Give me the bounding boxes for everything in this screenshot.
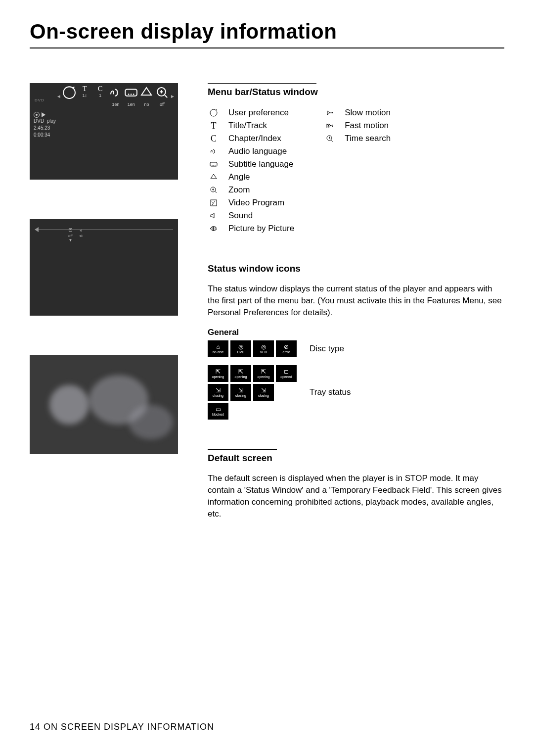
play-icon: [42, 112, 45, 117]
legend-label: Chapter/Index: [228, 132, 281, 145]
pref-icon: [208, 108, 220, 117]
page-number: 14: [30, 722, 41, 732]
footer-label: ON SCREEN DISPLAY INFORMATION: [44, 722, 214, 732]
disc-vcd-icon: ◎VCD: [253, 340, 274, 357]
svg-point-10: [210, 109, 217, 116]
legend-label: Zoom: [228, 184, 250, 196]
fast-icon: [324, 121, 336, 130]
osd-menubar2: off▼ st: [35, 225, 173, 240]
menubar-section-heading: Menu bar/Status window: [208, 87, 504, 97]
svg-point-0: [63, 87, 75, 98]
disc-error-icon: ⊘error: [276, 340, 297, 357]
sound-icon: [80, 226, 83, 234]
angle-icon: [139, 85, 154, 102]
angle-icon: [208, 173, 220, 182]
legend-column-2: Slow motion Fast motion Time search: [324, 106, 391, 235]
slow-icon: [324, 108, 336, 117]
svg-point-4: [133, 94, 134, 95]
pref-icon: [62, 85, 77, 102]
tray-closing-icon: ⇲closing: [230, 384, 251, 401]
title-icon: T: [77, 85, 92, 93]
page-title: On-screen display information: [30, 20, 504, 44]
svg-rect-1: [126, 89, 137, 95]
svg-point-14: [215, 165, 216, 166]
chapter-icon: C: [208, 132, 220, 145]
tray-closing-icon: ⇲closing: [253, 384, 274, 401]
legend-label: Audio language: [228, 145, 287, 158]
pbp-icon: [208, 224, 220, 233]
legend-label: Video Program: [228, 196, 284, 209]
default-screen-thumbnail: [30, 355, 178, 454]
legend-label: Slow motion: [345, 106, 391, 119]
title-icon: T: [208, 119, 220, 132]
arrow-left-icon: ◄: [56, 94, 61, 99]
title-divider: [30, 47, 504, 48]
legend-label: Angle: [228, 171, 250, 184]
tray-opening-icon: ⇱opening: [208, 365, 228, 382]
tray-opening-icon: ⇱opening: [253, 365, 274, 382]
legend-column-1: User preference TTitle/Track CChapter/In…: [208, 106, 294, 235]
default-screen-heading: Default screen: [208, 453, 504, 464]
tray-status-block: ⇱opening ⇱opening ⇱opening ⊏opened ⇲clos…: [208, 365, 504, 420]
videoprog-icon: [68, 226, 73, 234]
status-icons-paragraph: The status window displays the current s…: [208, 283, 504, 319]
disc-type-label: Disc type: [310, 344, 344, 354]
arrow-right-icon: ►: [170, 94, 175, 99]
tray-opened-icon: ⊏opened: [276, 365, 297, 382]
tray-status-label: Tray status: [310, 387, 351, 397]
page-footer: 14 ON SCREEN DISPLAY INFORMATION: [30, 722, 214, 732]
legend-label: Time search: [345, 132, 391, 145]
subtitle-icon: [124, 85, 138, 102]
left-column: DVD ◄ T1↕ C1 1en 1en: [30, 83, 188, 520]
disc-nodisc-icon: ⌂no disc: [208, 340, 228, 357]
general-subheading: General: [208, 328, 504, 337]
chapter-icon: C: [93, 85, 108, 93]
osd-dvd-label: DVD: [35, 98, 44, 102]
videoprog-icon: [208, 198, 220, 207]
section-divider: [208, 260, 302, 260]
legend-label: Picture by Picture: [228, 222, 294, 235]
disc-dvd-icon: ◎DVD: [230, 340, 251, 357]
legend-label: Title/Track: [228, 119, 267, 132]
sound-icon: [208, 211, 220, 220]
section-divider: [208, 449, 277, 450]
legend-label: Subtitle language: [228, 158, 293, 171]
arrow-left-icon: [35, 227, 39, 232]
tray-opening-icon: ⇱opening: [230, 365, 251, 382]
audio-icon: [208, 147, 220, 156]
timesearch-icon: [324, 134, 336, 143]
zoom-icon: [208, 186, 220, 194]
tray-blocked-icon: ▭blocked: [208, 403, 228, 420]
disc-icon: [34, 112, 40, 118]
svg-point-12: [212, 165, 213, 166]
osd-panel-menubar2: off▼ st: [30, 219, 178, 316]
status-icons-heading: Status window icons: [208, 263, 504, 274]
zoom-icon: [155, 85, 170, 102]
svg-point-13: [213, 165, 214, 166]
svg-rect-18: [214, 227, 215, 231]
tray-closing-icon: ⇲closing: [208, 384, 228, 401]
section-divider: [208, 83, 316, 84]
default-screen-paragraph: The default screen is displayed when the…: [208, 472, 504, 520]
legend-label: Fast motion: [345, 119, 389, 132]
svg-point-2: [128, 94, 130, 95]
legend-label: User preference: [228, 106, 289, 119]
legend-label: Sound: [228, 209, 253, 222]
audio-icon: [108, 85, 123, 102]
right-column: Menu bar/Status window User preference T…: [208, 83, 504, 520]
osd-status-window: DVD play 2:45:23 0:00:34: [34, 112, 56, 139]
svg-point-3: [131, 94, 132, 95]
osd-menubar: ◄ T1↕ C1 1en 1en no: [56, 88, 175, 104]
disc-type-row: ⌂no disc ◎DVD ◎VCD ⊘error Disc type: [208, 340, 504, 357]
osd-panel-menubar: DVD ◄ T1↕ C1 1en 1en: [30, 83, 178, 180]
subtitle-icon: [208, 160, 220, 169]
